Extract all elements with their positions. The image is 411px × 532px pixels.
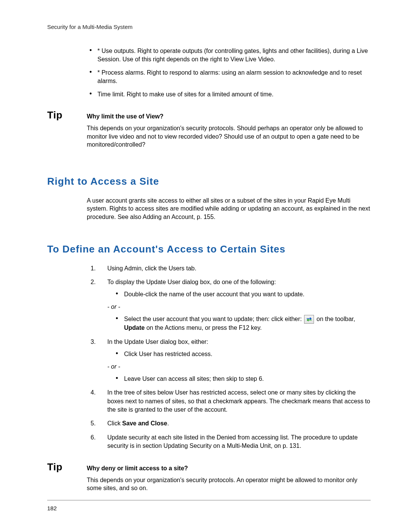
top-bullets-list: * Use outputs. Right to operate outputs …: [87, 47, 371, 99]
sub-bullets: Leave User can access all sites; then sk…: [107, 375, 371, 383]
step-item: Update security at each site listed in t…: [87, 433, 371, 451]
or-separator: - or -: [107, 363, 371, 371]
sub-bullet-text: on the Actions menu, or press the F12 ke…: [145, 324, 261, 331]
section-heading-define: To Define an Account's Access to Certain…: [47, 243, 371, 255]
sub-bullets: Select the user account that you want to…: [107, 315, 371, 332]
page-footer: 182: [47, 500, 371, 511]
sub-bullet-text: on the toolbar,: [317, 316, 355, 322]
tip-block-1: Tip Why limit the use of View?: [47, 109, 371, 121]
sub-bullets: Click User has restricted access.: [107, 350, 371, 358]
bullet-item: * Use outputs. Right to operate outputs …: [87, 47, 371, 63]
running-head: Security for a Multi-Media System: [47, 24, 371, 30]
tip-title: Why limit the use of View?: [87, 113, 164, 120]
section-heading-access: Right to Access a Site: [47, 176, 371, 187]
step-text: To display the Update User dialog box, d…: [107, 279, 276, 285]
step-item: To display the Update User dialog box, d…: [87, 278, 371, 332]
page-number: 182: [47, 505, 57, 511]
step-item: In the tree of sites below User has rest…: [87, 388, 371, 414]
steps-list: Using Admin, click the Users tab. To dis…: [87, 264, 371, 451]
step-text: In the Update User dialog box, either:: [107, 339, 208, 345]
tip-block-2: Tip Why deny or limit access to a site?: [47, 461, 371, 473]
top-bullets-block: * Use outputs. Right to operate outputs …: [87, 47, 371, 99]
tip-label: Tip: [47, 109, 87, 121]
tip-body: This depends on your organization's secu…: [87, 124, 371, 149]
bold-text: Save and Close: [122, 420, 167, 427]
sub-bullet-text: Select the user account that you want to…: [124, 316, 303, 322]
step-item: Click Save and Close.: [87, 419, 371, 428]
sub-bullet-item: Click User has restricted access.: [107, 350, 371, 358]
step-text: .: [167, 420, 169, 427]
sub-bullet-item: Leave User can access all sites; then sk…: [107, 375, 371, 383]
step-item: Using Admin, click the Users tab.: [87, 264, 371, 273]
sub-bullet-item: Select the user account that you want to…: [107, 315, 371, 332]
sub-bullets: Double-click the name of the user accoun…: [107, 290, 371, 299]
sub-bullet-item: Double-click the name of the user accoun…: [107, 290, 371, 299]
tip-body: This depends on your organization's secu…: [87, 476, 371, 492]
bullet-item: * Process alarms. Right to respond to al…: [87, 69, 371, 85]
section-paragraph: A user account grants site access to eit…: [87, 197, 371, 221]
page: Security for a Multi-Media System * Use …: [0, 0, 411, 532]
step-text: Click: [107, 420, 122, 427]
step-item: In the Update User dialog box, either: C…: [87, 338, 371, 383]
bullet-item: Time limit. Right to make use of sites f…: [87, 90, 371, 99]
tip-label: Tip: [47, 461, 87, 473]
tip-title: Why deny or limit access to a site?: [87, 465, 188, 472]
refresh-swap-icon: [304, 315, 314, 324]
or-separator: - or -: [107, 303, 371, 311]
bold-text: Update: [124, 324, 145, 331]
